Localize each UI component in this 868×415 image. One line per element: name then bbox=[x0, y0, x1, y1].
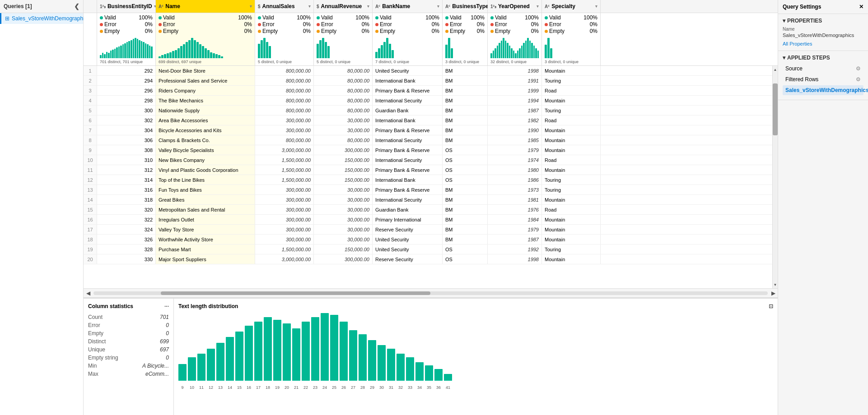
qs-step[interactable]: Filtered Rows⚙ bbox=[783, 74, 863, 84]
dist-label: 27 bbox=[349, 385, 357, 390]
profile-chart-businesstype bbox=[445, 36, 485, 58]
cell-specialty: Mountain bbox=[542, 195, 601, 204]
sidebar-item-sales-vstore[interactable]: ⊞ Sales_vStoreWithDemographics bbox=[0, 13, 83, 24]
table-row[interactable]: 10310New Bikes Company1,500,000.00150,00… bbox=[84, 155, 772, 165]
qs-applied-steps-section: ▾ APPLIED STEPS Source⚙Filtered Rows⚙Sal… bbox=[778, 51, 868, 100]
table-row[interactable]: 19328Purchase Mart1,500,000.00150,000.00… bbox=[84, 244, 772, 254]
qs-all-properties-link[interactable]: All Properties bbox=[783, 41, 812, 46]
cell-annualsales: 300,000.00 bbox=[255, 115, 314, 125]
cell-annualrevenue: 30,000.00 bbox=[314, 215, 373, 224]
cell-specialty: Mountain bbox=[542, 145, 601, 155]
col-header-bankname[interactable]: Aᶜ BankName ▾ bbox=[373, 0, 443, 13]
specialty-sort-icon[interactable]: ▾ bbox=[595, 4, 597, 9]
annualsales-sort-icon[interactable]: ▾ bbox=[308, 4, 311, 9]
bankname-sort-icon[interactable]: ▾ bbox=[437, 4, 439, 9]
dist-label: 29 bbox=[368, 385, 376, 390]
cell-specialty: Touring bbox=[542, 76, 601, 85]
cell-annualrevenue: 30,000.00 bbox=[314, 115, 373, 125]
row-number: 19 bbox=[84, 244, 97, 254]
profile-chart-entityid bbox=[100, 36, 153, 58]
qs-step[interactable]: Source⚙ bbox=[783, 64, 863, 74]
table-row[interactable]: 8306Clamps & Brackets Co.800,000.0080,00… bbox=[84, 135, 772, 145]
cell-bankname: Primary Bank & Reserve bbox=[373, 125, 443, 135]
profile-col-annualrevenue: Valid100% Error0% Empty0% 5 distinct, 0 … bbox=[314, 13, 373, 65]
col-header-annualrevenue[interactable]: $ AnnualRevenue ▾ bbox=[314, 0, 373, 13]
col-stats-menu-button[interactable]: ··· bbox=[164, 303, 169, 309]
scroll-track[interactable] bbox=[773, 73, 778, 281]
valid-pct-name: 100% bbox=[238, 14, 252, 21]
cell-name: Valley Toy Store bbox=[156, 225, 255, 234]
col-header-entityid[interactable]: 1²₃ BusinessEntityID ▾ bbox=[97, 0, 156, 13]
dist-bar bbox=[188, 357, 196, 381]
profile-col-annualsales: Valid 100% Error 0% Empty 0% 5 distinct,… bbox=[255, 13, 314, 65]
table-row[interactable]: 20330Major Sport Suppliers3,000,000.0030… bbox=[84, 254, 772, 264]
step-gear-icon[interactable]: ⚙ bbox=[856, 76, 861, 83]
table-row[interactable]: 14318Great Bikes300,000.0030,000.00Inter… bbox=[84, 195, 772, 205]
qs-step[interactable]: Sales_vStoreWithDemographics✕ bbox=[783, 85, 863, 95]
cell-entityid: 292 bbox=[97, 66, 156, 75]
table-row[interactable]: 4298The Bike Mechanics800,000.0080,000.0… bbox=[84, 96, 772, 106]
collapse-sidebar-button[interactable]: ❮ bbox=[74, 3, 79, 10]
vertical-scrollbar[interactable]: ▲ ▼ bbox=[772, 66, 778, 288]
col-header-name[interactable]: Aᶜ Name ▾ bbox=[156, 0, 255, 13]
dist-label: 36 bbox=[434, 385, 443, 390]
scroll-down-button[interactable]: ▼ bbox=[773, 281, 778, 288]
dist-bar bbox=[302, 322, 310, 381]
step-gear-icon[interactable]: ⚙ bbox=[856, 65, 861, 72]
table-row[interactable]: 1292Next-Door Bike Store800,000.0080,000… bbox=[84, 66, 772, 76]
dist-label: 41 bbox=[444, 385, 452, 390]
name-sort-icon[interactable]: ▾ bbox=[250, 4, 252, 9]
scroll-up-button[interactable]: ▲ bbox=[773, 66, 778, 73]
row-number: 5 bbox=[84, 106, 97, 115]
table-row[interactable]: 17324Valley Toy Store300,000.0030,000.00… bbox=[84, 225, 772, 235]
scroll-bar-thumb[interactable] bbox=[161, 291, 430, 295]
grid-body[interactable]: 1292Next-Door Bike Store800,000.0080,000… bbox=[84, 66, 772, 288]
cell-bankname: Primary Bank & Reserve bbox=[373, 185, 443, 194]
dist-expand-button[interactable]: ⊡ bbox=[769, 303, 773, 309]
table-row[interactable]: 9308Valley Bicycle Specialists3,000,000.… bbox=[84, 145, 772, 155]
cell-bankname: International Security bbox=[373, 155, 443, 165]
scroll-left-button[interactable]: ◀ bbox=[84, 289, 93, 298]
col-header-annualsales[interactable]: $ AnnualSales ▾ bbox=[255, 0, 314, 13]
table-row[interactable]: 18326Worthwhile Activity Store300,000.00… bbox=[84, 235, 772, 244]
table-row[interactable]: 11312Vinyl and Plastic Goods Corporation… bbox=[84, 165, 772, 175]
cell-yearopened: 1984 bbox=[488, 215, 542, 224]
error-pct-name: 0% bbox=[244, 21, 252, 28]
profile-rownum-spacer bbox=[84, 13, 97, 65]
dist-label: 35 bbox=[425, 385, 433, 390]
horizontal-scrollbar[interactable]: ◀ ▶ bbox=[84, 288, 778, 297]
col-header-businesstype[interactable]: Aᶜ BusinessType ▾ bbox=[443, 0, 488, 13]
scroll-right-button[interactable]: ▶ bbox=[769, 289, 778, 298]
cell-annualrevenue: 80,000.00 bbox=[314, 135, 373, 145]
table-row[interactable]: 3296Riders Company800,000.0080,000.00Pri… bbox=[84, 86, 772, 96]
cell-annualsales: 1,500,000.00 bbox=[255, 175, 314, 184]
qs-applied-steps-title: ▾ APPLIED STEPS bbox=[783, 55, 863, 61]
table-row[interactable]: 6302Area Bike Accessories300,000.0030,00… bbox=[84, 115, 772, 125]
cell-specialty: Road bbox=[542, 155, 601, 165]
qs-close-button[interactable]: ✕ bbox=[859, 4, 863, 10]
scroll-thumb[interactable] bbox=[773, 83, 778, 135]
name-type-icon: Aᶜ bbox=[159, 4, 163, 9]
qs-header: Query Settings ✕ bbox=[778, 0, 868, 14]
cell-name: The Bike Mechanics bbox=[156, 96, 255, 105]
cell-annualrevenue: 80,000.00 bbox=[314, 86, 373, 95]
dist-label: 23 bbox=[311, 385, 319, 390]
cell-businesstype: BM bbox=[443, 205, 488, 214]
table-row[interactable]: 5300Nationwide Supply800,000.0080,000.00… bbox=[84, 106, 772, 115]
table-row[interactable]: 16322Irregulars Outlet300,000.0030,000.0… bbox=[84, 215, 772, 225]
table-row[interactable]: 13316Fun Toys and Bikes300,000.0030,000.… bbox=[84, 185, 772, 195]
cell-annualrevenue: 150,000.00 bbox=[314, 244, 373, 254]
empty-pct-entityid: 0% bbox=[145, 28, 153, 34]
dist-labels: 9101112131415161718192021222324252627282… bbox=[178, 385, 773, 390]
yearopened-sort-icon[interactable]: ▾ bbox=[537, 4, 539, 9]
table-row[interactable]: 12314Top of the Line Bikes1,500,000.0015… bbox=[84, 175, 772, 185]
dist-label: 24 bbox=[321, 385, 329, 390]
annualrevenue-sort-icon[interactable]: ▾ bbox=[367, 4, 369, 9]
cell-name: Great Bikes bbox=[156, 195, 255, 204]
table-row[interactable]: 7304Bicycle Accessories and Kits300,000.… bbox=[84, 125, 772, 135]
table-row[interactable]: 15320Metropolitan Sales and Rental300,00… bbox=[84, 205, 772, 215]
col-header-specialty[interactable]: Aᶜ Specialty ▾ bbox=[542, 0, 601, 13]
col-header-yearopened[interactable]: 1²₃ YearOpened ▾ bbox=[488, 0, 542, 13]
scroll-bar-track[interactable] bbox=[93, 291, 768, 295]
table-row[interactable]: 2294Professional Sales and Service800,00… bbox=[84, 76, 772, 86]
